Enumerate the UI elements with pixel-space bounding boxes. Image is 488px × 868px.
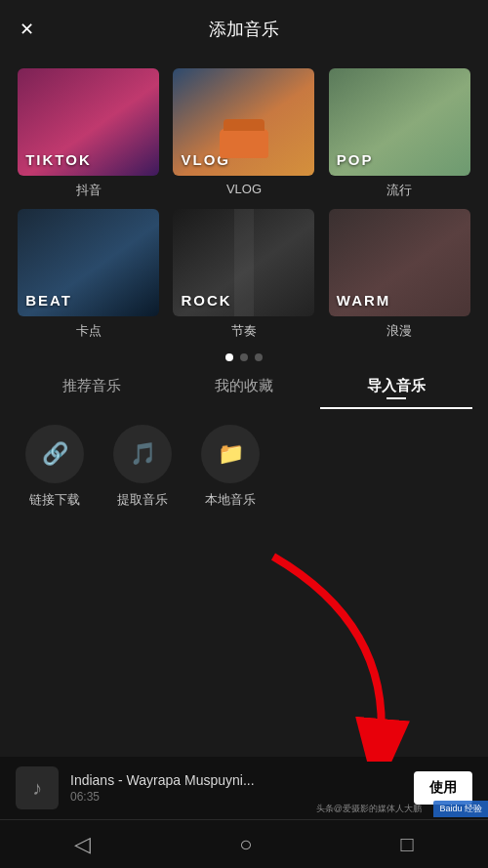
arrow-overlay — [244, 547, 439, 762]
music-thumb-label-beat: BEAT — [25, 292, 72, 309]
music-item-name-vlog: VLOG — [226, 182, 262, 196]
use-button[interactable]: 使用 — [414, 771, 472, 805]
folder-icon: 📁 — [201, 425, 260, 483]
music-thumb-beat: BEAT — [18, 209, 159, 316]
extract-icon: 🎵 — [113, 425, 172, 483]
music-thumb-label-rock: ROCK — [181, 292, 231, 309]
import-link-option[interactable]: 🔗 链接下载 — [25, 425, 84, 509]
music-item-beat[interactable]: BEAT卡点 — [16, 209, 161, 340]
music-tabs: 推荐音乐 我的收藏 导入音乐 — [0, 377, 488, 409]
tab-recommended[interactable]: 推荐音乐 — [16, 377, 168, 409]
music-thumb-pop: POP — [329, 68, 470, 176]
music-item-name-tiktok: 抖音 — [76, 182, 102, 199]
music-item-pop[interactable]: POP流行 — [327, 68, 472, 199]
music-item-name-pop: 流行 — [386, 182, 412, 199]
music-thumb-label-tiktok: TIKTOK — [25, 151, 92, 168]
music-thumb-vlog: VLOG — [173, 68, 314, 176]
track-name: Indians - Wayrapa Muspuyni... — [70, 772, 402, 788]
tab-favorites[interactable]: 我的收藏 — [168, 377, 320, 409]
import-local-option[interactable]: 📁 本地音乐 — [201, 425, 260, 509]
music-thumb-tiktok: TIKTOK — [18, 68, 159, 176]
header: ✕ 添加音乐 — [0, 0, 488, 59]
bottom-navigation: ◁ ○ □ — [0, 819, 488, 868]
music-item-name-rock: 节奏 — [231, 322, 257, 340]
import-extract-option[interactable]: 🎵 提取音乐 — [113, 425, 172, 509]
close-button[interactable]: ✕ — [20, 21, 34, 38]
music-item-tiktok[interactable]: TIKTOK抖音 — [16, 68, 161, 199]
watermark: Baidu 经验 — [433, 801, 488, 817]
link-label: 链接下载 — [29, 491, 80, 509]
music-thumb-rock: ROCK — [173, 209, 314, 316]
local-label: 本地音乐 — [205, 491, 256, 509]
track-info: Indians - Wayrapa Muspuyni... 06:35 — [70, 772, 402, 804]
music-item-warm[interactable]: WARM浪漫 — [327, 209, 472, 340]
watermark-author: 头条@爱摄影的媒体人大鹏 — [0, 801, 429, 817]
recent-nav-button[interactable]: □ — [401, 832, 414, 857]
tab-active-indicator — [386, 397, 406, 399]
import-options-list: 🔗 链接下载 🎵 提取音乐 📁 本地音乐 — [16, 425, 472, 509]
back-nav-button[interactable]: ◁ — [74, 832, 91, 857]
dot-3 — [255, 353, 263, 361]
music-thumb-label-warm: WARM — [337, 292, 391, 309]
music-thumb-warm: WARM — [329, 209, 470, 316]
page-dots — [0, 353, 488, 361]
music-thumb-label-pop: POP — [337, 151, 374, 168]
music-item-rock[interactable]: ROCK节奏 — [171, 209, 316, 340]
music-item-vlog[interactable]: VLOGVLOG — [171, 68, 316, 199]
extract-label: 提取音乐 — [117, 491, 168, 509]
page-title: 添加音乐 — [209, 18, 279, 41]
tab-import[interactable]: 导入音乐 — [320, 377, 472, 409]
home-nav-button[interactable]: ○ — [239, 832, 252, 857]
music-item-name-warm: 浪漫 — [386, 322, 412, 340]
music-item-name-beat: 卡点 — [76, 322, 102, 340]
import-section: 🔗 链接下载 🎵 提取音乐 📁 本地音乐 — [0, 425, 488, 509]
link-icon: 🔗 — [25, 425, 84, 483]
dot-1 — [225, 353, 233, 361]
music-category-grid: TIKTOK抖音VLOGVLOGPOP流行BEAT卡点ROCK节奏WARM浪漫 — [0, 59, 488, 346]
dot-2 — [240, 353, 248, 361]
